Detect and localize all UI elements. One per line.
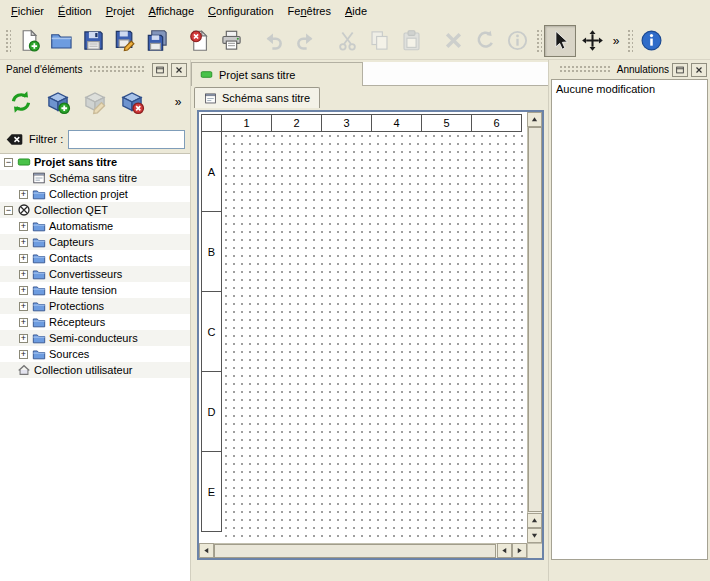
tree-item-sources[interactable]: +Sources <box>0 346 190 362</box>
toolbar-grip[interactable] <box>626 28 633 54</box>
tree-item-projet-sans-titre[interactable]: −Projet sans titre <box>0 154 190 170</box>
scroll-up-button[interactable] <box>527 112 542 127</box>
mdi-area: Projet sans titre Schéma sans titre 1234… <box>191 60 548 581</box>
folder-icon <box>31 299 46 314</box>
tree-item-collection-qet[interactable]: −Collection QET <box>0 202 190 218</box>
elements-panel-grip[interactable] <box>89 65 145 74</box>
schema-tab[interactable]: Schéma sans titre <box>194 87 320 108</box>
expander-minus-icon[interactable]: − <box>4 206 13 215</box>
undo-history-list[interactable]: Aucune modification <box>551 79 708 560</box>
arrow-left-icon <box>501 547 508 554</box>
column-header-5: 5 <box>422 114 472 132</box>
tree-item-capteurs[interactable]: +Capteurs <box>0 234 190 250</box>
folder-icon <box>31 315 46 330</box>
undo-button[interactable] <box>257 25 289 57</box>
tree-item-schema-sans-titre[interactable]: Schéma sans titre <box>0 170 190 186</box>
expander-plus-icon[interactable]: + <box>19 222 28 231</box>
scissors-icon <box>336 29 359 52</box>
tree-item-contacts[interactable]: +Contacts <box>0 250 190 266</box>
toolbar-overflow-button[interactable]: » <box>608 27 624 55</box>
folder-icon <box>31 251 46 266</box>
expander-plus-icon[interactable]: + <box>19 254 28 263</box>
tree-item-recepteurs[interactable]: +Récepteurs <box>0 314 190 330</box>
tree-item-automatisme[interactable]: +Automatisme <box>0 218 190 234</box>
scroll-left-button[interactable] <box>199 543 214 558</box>
tree-item-collection-projet[interactable]: +Collection projet <box>0 186 190 202</box>
pan-mode-button[interactable] <box>576 25 608 57</box>
delete-button[interactable] <box>437 25 469 57</box>
project-tab[interactable]: Projet sans titre <box>191 62 363 86</box>
expander-minus-icon[interactable]: − <box>4 158 13 167</box>
expander-plus-icon[interactable]: + <box>19 350 28 359</box>
undo-panel: Annulations Aucune modification <box>548 60 710 581</box>
element-info-button[interactable] <box>501 25 533 57</box>
toolbar-grip[interactable] <box>4 28 11 54</box>
menu-item-affichage[interactable]: Affichage <box>141 2 201 20</box>
vertical-scrollbar[interactable] <box>527 112 542 543</box>
diagram-grid[interactable] <box>222 132 527 543</box>
menu-item-configuration[interactable]: Configuration <box>201 2 280 20</box>
new-element-button[interactable] <box>41 85 75 119</box>
menu-item-aide[interactable]: Aide <box>338 2 374 20</box>
horizontal-scrollbar-thumb[interactable] <box>214 544 496 558</box>
expander-plus-icon[interactable]: + <box>19 270 28 279</box>
expander-plus-icon[interactable]: + <box>19 318 28 327</box>
expander-plus-icon[interactable]: + <box>19 238 28 247</box>
redo-button[interactable] <box>289 25 321 57</box>
toolbar-separator <box>247 24 257 57</box>
horizontal-scrollbar[interactable] <box>199 543 527 558</box>
scroll-up-button-2[interactable] <box>527 513 542 528</box>
select-mode-button[interactable] <box>544 25 576 57</box>
elements-panel-close-button[interactable] <box>171 63 187 77</box>
tree-item-semi-conducteurs[interactable]: +Semi-conducteurs <box>0 330 190 346</box>
expander-plus-icon[interactable]: + <box>19 286 28 295</box>
scroll-right-button[interactable] <box>512 543 527 558</box>
scroll-down-button[interactable] <box>527 528 542 543</box>
save-as-button[interactable] <box>109 25 141 57</box>
print-button[interactable] <box>215 25 247 57</box>
clear-filter-icon[interactable] <box>5 130 24 149</box>
rotate-button[interactable] <box>469 25 501 57</box>
reload-collections-button[interactable] <box>4 85 38 119</box>
vertical-scrollbar-thumb[interactable] <box>528 127 542 512</box>
menu-item-projet[interactable]: Projet <box>99 2 142 20</box>
edit-element-button[interactable] <box>78 85 112 119</box>
delete-element-button[interactable] <box>115 85 149 119</box>
filter-row: Filtrer : <box>0 125 190 153</box>
open-file-button[interactable] <box>45 25 77 57</box>
undo-panel-float-button[interactable] <box>672 63 688 77</box>
undo-panel-grip[interactable] <box>559 65 610 74</box>
about-button[interactable] <box>635 25 667 57</box>
scroll-left-button-2[interactable] <box>497 543 512 558</box>
tree-item-collection-utilisateur[interactable]: Collection utilisateur <box>0 362 190 378</box>
elements-toolbar-overflow-button[interactable]: » <box>170 88 186 116</box>
cursor-icon <box>549 29 572 52</box>
menu-item-fenetres[interactable]: Fenêtres <box>281 2 338 20</box>
expander-plus-icon[interactable]: + <box>19 334 28 343</box>
menu-item-fichier[interactable]: Fichier <box>4 2 51 20</box>
menu-item-edition[interactable]: Édition <box>51 2 99 20</box>
row-header-A: A <box>201 132 222 212</box>
project-tab-label: Projet sans titre <box>219 69 295 81</box>
elements-panel-float-button[interactable] <box>152 63 168 77</box>
filter-input[interactable] <box>68 130 185 149</box>
save-all-button[interactable] <box>141 25 173 57</box>
tree-item-convertisseurs[interactable]: +Convertisseurs <box>0 266 190 282</box>
new-file-button[interactable] <box>13 25 45 57</box>
save-button[interactable] <box>77 25 109 57</box>
tree-item-haute-tension[interactable]: +Haute tension <box>0 282 190 298</box>
schema-tabbar: Schéma sans titre <box>191 86 548 108</box>
tree-item-protections[interactable]: +Protections <box>0 298 190 314</box>
elements-panel-titlebar: Panel d'éléments <box>0 60 190 79</box>
toolbar-grip[interactable] <box>535 28 542 54</box>
expander-plus-icon[interactable]: + <box>19 190 28 199</box>
cut-button[interactable] <box>331 25 363 57</box>
close-file-button[interactable] <box>183 25 215 57</box>
diagram-canvas[interactable]: 123456 ABCDE <box>199 112 527 543</box>
copy-button[interactable] <box>363 25 395 57</box>
float-icon <box>675 65 685 75</box>
undo-panel-close-button[interactable] <box>691 63 707 77</box>
float-icon <box>155 65 165 75</box>
expander-plus-icon[interactable]: + <box>19 302 28 311</box>
paste-button[interactable] <box>395 25 427 57</box>
